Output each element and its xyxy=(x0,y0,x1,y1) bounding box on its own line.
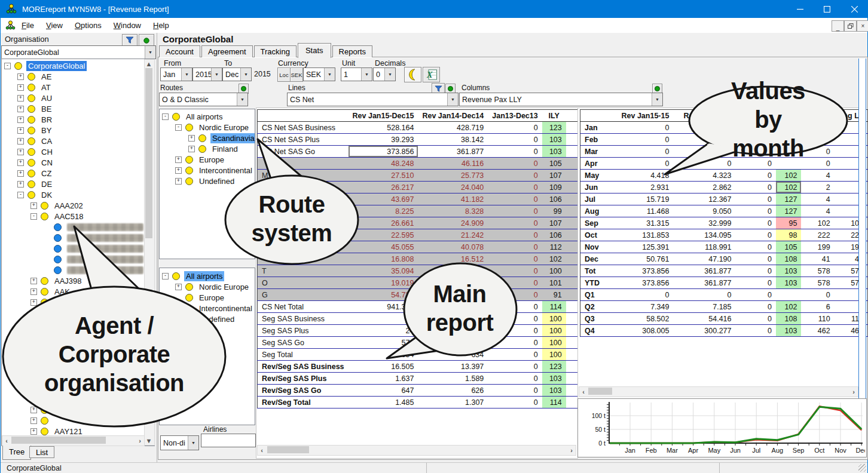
cell[interactable]: 0 xyxy=(673,146,735,158)
chevron-down-icon[interactable] xyxy=(361,68,372,81)
column-header-ily[interactable]: ILY xyxy=(776,110,801,122)
cell[interactable]: 0 xyxy=(736,277,777,289)
plus-expander-icon[interactable]: + xyxy=(30,417,37,424)
cell[interactable]: 0 xyxy=(673,122,735,134)
tree-item-all-airports[interactable]: -All airports xyxy=(160,111,255,122)
cell[interactable]: 634 xyxy=(418,349,488,361)
row-label[interactable]: CS Net SAS Go xyxy=(258,146,349,158)
cell[interactable]: 24 xyxy=(349,325,418,337)
cell[interactable]: 578 xyxy=(801,265,834,277)
cell[interactable]: 308.005 xyxy=(618,325,674,337)
cell[interactable]: 578 xyxy=(349,337,418,349)
cell[interactable]: 0 xyxy=(736,253,777,265)
column-header-ily[interactable]: ILY xyxy=(542,110,566,122)
tab-account[interactable]: Account xyxy=(159,45,200,57)
tree-item-au[interactable]: +AU xyxy=(2,93,154,103)
cell[interactable]: 0 xyxy=(488,134,542,146)
cell[interactable]: 8.328 xyxy=(418,205,488,217)
cell[interactable]: 4 xyxy=(801,205,834,217)
cell[interactable]: 0 xyxy=(736,205,777,217)
tab-tree[interactable]: Tree xyxy=(2,446,31,460)
menu-help[interactable]: Help xyxy=(147,19,175,32)
tree-item[interactable]: + xyxy=(2,415,154,426)
plus-expander-icon[interactable]: + xyxy=(30,288,37,295)
cell[interactable]: 0 xyxy=(488,122,542,134)
tree-item[interactable]: + xyxy=(2,308,154,318)
tree-item-europe[interactable]: Europe xyxy=(160,292,255,303)
cell[interactable]: 32 xyxy=(418,313,488,325)
cell[interactable]: 2.931 xyxy=(618,182,674,194)
row-label[interactable] xyxy=(258,182,349,194)
cell[interactable]: 107 xyxy=(542,217,566,229)
tree-item-by[interactable]: +BY xyxy=(2,125,154,136)
cell[interactable]: 98 xyxy=(776,229,801,241)
cell[interactable]: 105 xyxy=(542,158,566,170)
plus-expander-icon[interactable]: + xyxy=(175,178,182,185)
row-label[interactable]: Oct xyxy=(580,229,618,241)
row-label[interactable] xyxy=(258,217,349,229)
from-month-select[interactable]: Jan xyxy=(160,67,192,81)
cell[interactable]: 123 xyxy=(542,361,566,373)
row-label[interactable]: Aug xyxy=(580,205,618,217)
cell[interactable]: 0 xyxy=(488,146,542,158)
cell[interactable]: 100 xyxy=(542,325,566,337)
cell[interactable]: 4 xyxy=(801,194,834,205)
cell[interactable]: 107 xyxy=(542,170,566,182)
tree-item-cz[interactable]: +CZ xyxy=(2,168,154,179)
scroll-left-icon[interactable]: ‹ xyxy=(2,437,11,445)
chevron-down-icon[interactable] xyxy=(324,68,335,81)
cell[interactable]: 102 xyxy=(542,253,566,265)
cell[interactable]: 43.697 xyxy=(349,194,418,205)
cell[interactable] xyxy=(776,146,801,158)
row-label[interactable]: Apr xyxy=(580,158,618,170)
tree-item-cn[interactable]: +CN xyxy=(2,157,154,168)
column-header-rev-jan15-dec15[interactable]: Rev Jan15-Dec15 xyxy=(349,110,418,122)
cell[interactable]: 0 xyxy=(488,373,542,385)
cell[interactable]: 31.315 xyxy=(618,217,674,229)
row-label[interactable]: Dec xyxy=(580,253,618,265)
cell[interactable]: 0 xyxy=(736,182,777,194)
cell[interactable]: 35.094 xyxy=(349,265,418,277)
tree-item[interactable] xyxy=(2,243,154,254)
cell[interactable]: 95 xyxy=(776,217,801,229)
tree-item[interactable] xyxy=(2,254,154,265)
tree-item[interactable] xyxy=(2,222,154,232)
tab-list[interactable]: List xyxy=(29,446,54,458)
column-header-jan13-13[interactable]: Jan13-13 xyxy=(736,110,777,122)
minus-expander-icon[interactable]: - xyxy=(175,124,182,131)
cell[interactable]: 634 xyxy=(349,349,418,361)
cell[interactable]: 0 xyxy=(736,158,777,170)
cell[interactable]: 58.502 xyxy=(618,313,674,325)
organisation-filter-button[interactable] xyxy=(122,34,137,47)
tree-item[interactable]: + xyxy=(2,394,154,404)
plus-expander-icon[interactable]: + xyxy=(30,385,37,392)
chevron-down-icon[interactable] xyxy=(447,93,458,106)
row-label[interactable]: Seg SAS Plus xyxy=(258,325,349,337)
cell[interactable]: 1.589 xyxy=(418,373,488,385)
cell[interactable] xyxy=(776,289,801,301)
cell[interactable]: 0 xyxy=(801,134,834,146)
column-header-rev-jan15-15[interactable]: Rev Jan15-15 xyxy=(618,110,674,122)
menu-view[interactable]: View xyxy=(40,19,69,32)
local-currency-button[interactable]: Loc xyxy=(277,67,291,82)
column-header-seg[interactable]: Seg xyxy=(801,110,834,122)
scrollbar-thumb[interactable] xyxy=(145,68,152,238)
cell[interactable]: 361.877 xyxy=(418,146,488,158)
cell[interactable]: 100 xyxy=(542,313,566,325)
column-header[interactable] xyxy=(258,110,349,122)
minimize-button[interactable] xyxy=(787,0,814,18)
cell[interactable]: 941.313 xyxy=(349,301,418,313)
cell[interactable]: 101 xyxy=(542,277,566,289)
plus-expander-icon[interactable]: + xyxy=(17,159,24,166)
cell[interactable]: 103 xyxy=(542,134,566,146)
row-label[interactable]: CS Net SAS Business xyxy=(258,122,349,134)
night-mode-button[interactable] xyxy=(404,67,421,82)
plus-expander-icon[interactable]: + xyxy=(30,407,37,413)
cell[interactable] xyxy=(776,134,801,146)
row-label[interactable]: Jul xyxy=(580,194,618,205)
cell[interactable]: 106 xyxy=(542,194,566,205)
cell[interactable]: 54.416 xyxy=(673,313,735,325)
tree-item[interactable]: + xyxy=(2,340,154,351)
cell[interactable]: 19.019 xyxy=(349,277,418,289)
cell[interactable]: 106 xyxy=(542,229,566,241)
